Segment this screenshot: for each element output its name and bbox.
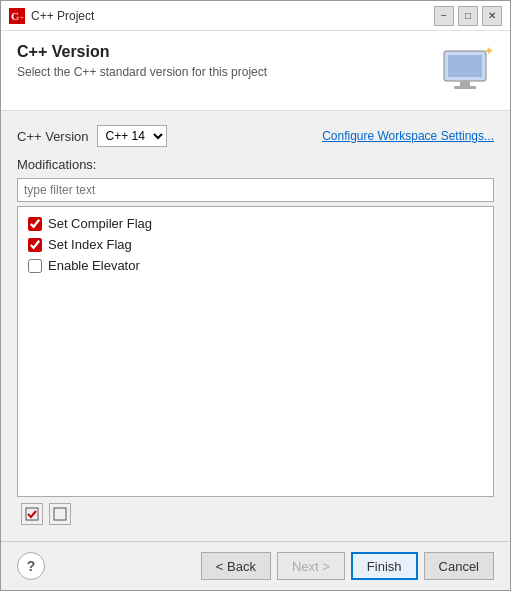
close-button[interactable]: ✕ (482, 6, 502, 26)
help-button[interactable]: ? (17, 552, 45, 580)
set-compiler-flag-label: Set Compiler Flag (48, 216, 152, 231)
window-controls: − □ ✕ (434, 6, 502, 26)
svg-text:✦: ✦ (484, 44, 494, 58)
title-bar: C ++ C++ Project − □ ✕ (1, 1, 510, 31)
enable-elevator-label: Enable Elevator (48, 258, 140, 273)
checkbox-list: Set Compiler Flag Set Index Flag Enable … (17, 206, 494, 497)
svg-rect-5 (460, 81, 470, 86)
footer: ? < Back Next > Finish Cancel (1, 541, 510, 590)
window-icon: C ++ (9, 8, 25, 24)
window-title: C++ Project (31, 9, 434, 23)
set-index-flag-checkbox[interactable] (28, 238, 42, 252)
filter-input[interactable] (17, 178, 494, 202)
version-left: C++ Version C++ 14 C++ 11 C++ 17 C++ 20 (17, 125, 167, 147)
header-icon: ✦ (442, 43, 494, 98)
version-label: C++ Version (17, 129, 89, 144)
minimize-button[interactable]: − (434, 6, 454, 26)
svg-rect-6 (454, 86, 476, 89)
set-compiler-flag-checkbox[interactable] (28, 217, 42, 231)
finish-button[interactable]: Finish (351, 552, 418, 580)
deselect-all-icon (53, 507, 67, 521)
configure-workspace-link[interactable]: Configure Workspace Settings... (322, 129, 494, 143)
list-item: Set Compiler Flag (26, 213, 485, 234)
list-item: Set Index Flag (26, 234, 485, 255)
header-icon-svg: ✦ (442, 43, 494, 95)
back-button[interactable]: < Back (201, 552, 271, 580)
header-section: C++ Version Select the C++ standard vers… (1, 31, 510, 111)
list-toolbar (17, 497, 494, 527)
main-window: C ++ C++ Project − □ ✕ C++ Version Selec… (0, 0, 511, 591)
deselect-all-button[interactable] (49, 503, 71, 525)
select-all-icon (25, 507, 39, 521)
maximize-button[interactable]: □ (458, 6, 478, 26)
svg-rect-8 (26, 508, 38, 520)
set-index-flag-label: Set Index Flag (48, 237, 132, 252)
header-left: C++ Version Select the C++ standard vers… (17, 43, 267, 79)
version-row: C++ Version C++ 14 C++ 11 C++ 17 C++ 20 … (17, 125, 494, 147)
page-title: C++ Version (17, 43, 267, 61)
svg-rect-9 (54, 508, 66, 520)
select-all-button[interactable] (21, 503, 43, 525)
footer-buttons: < Back Next > Finish Cancel (201, 552, 494, 580)
list-item: Enable Elevator (26, 255, 485, 276)
main-content: C++ Version C++ 14 C++ 11 C++ 17 C++ 20 … (1, 111, 510, 541)
enable-elevator-checkbox[interactable] (28, 259, 42, 273)
cancel-button[interactable]: Cancel (424, 552, 494, 580)
page-subtitle: Select the C++ standard version for this… (17, 65, 267, 79)
svg-rect-4 (448, 55, 482, 77)
next-button[interactable]: Next > (277, 552, 345, 580)
version-select[interactable]: C++ 14 C++ 11 C++ 17 C++ 20 (97, 125, 167, 147)
svg-text:++: ++ (16, 14, 24, 22)
modifications-label: Modifications: (17, 157, 494, 172)
